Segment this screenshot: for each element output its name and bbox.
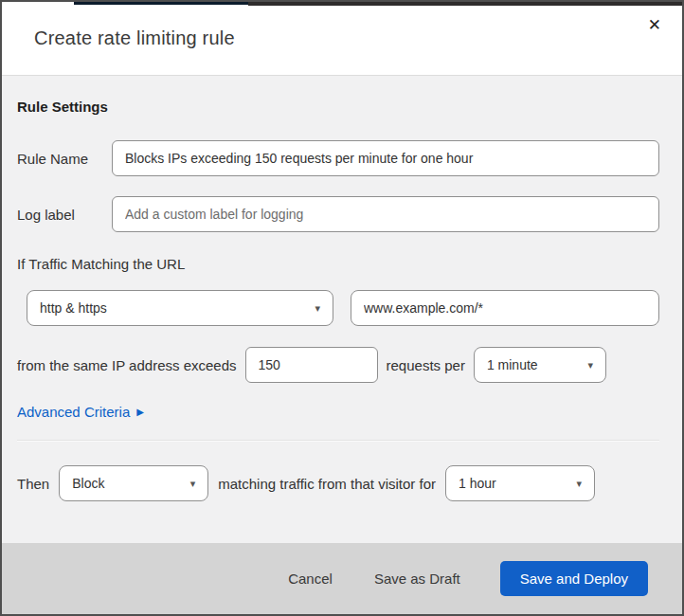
action-select[interactable]: Block ▾ [59, 465, 208, 501]
duration-select-value: 1 hour [459, 476, 496, 491]
chevron-down-icon: ▾ [587, 359, 593, 371]
create-rate-limiting-rule-dialog: Create rate limiting rule ✕ Rule Setting… [0, 0, 684, 616]
action-row: Then Block ▾ matching traffic from that … [17, 465, 659, 501]
threshold-row: from the same IP address exceeds request… [17, 347, 659, 383]
chevron-down-icon: ▾ [190, 478, 196, 490]
log-label-input[interactable] [112, 196, 659, 232]
rule-name-label: Rule Name [17, 151, 112, 167]
action-select-value: Block [72, 476, 104, 491]
log-label-row: Log label [17, 196, 659, 232]
requests-per-label: requests per [387, 357, 465, 373]
advanced-criteria-label: Advanced Criteria [17, 404, 130, 420]
page-edge-strip-charcoal [248, 2, 682, 6]
log-label-label: Log label [17, 207, 112, 223]
traffic-matching-heading: If Traffic Matching the URL [17, 256, 659, 272]
then-label: Then [17, 476, 49, 492]
dialog-header: Create rate limiting rule ✕ [2, 2, 682, 76]
page-edge-strip-navy [74, 2, 248, 5]
dialog-body: Rule Settings Rule Name Log label If Tra… [2, 76, 682, 543]
save-as-draft-button[interactable]: Save as Draft [359, 563, 476, 594]
close-icon[interactable]: ✕ [646, 13, 663, 37]
rule-name-input[interactable] [112, 140, 659, 176]
save-and-deploy-button[interactable]: Save and Deploy [500, 561, 648, 596]
dialog-footer: Cancel Save as Draft Save and Deploy [2, 543, 682, 614]
expand-arrow-icon: ▶ [136, 408, 144, 417]
scheme-select[interactable]: http & https ▾ [27, 290, 333, 326]
rule-name-row: Rule Name [17, 140, 659, 176]
chevron-down-icon: ▾ [576, 478, 582, 490]
period-select[interactable]: 1 minute ▾ [474, 347, 606, 383]
duration-select[interactable]: 1 hour ▾ [445, 465, 595, 501]
cancel-button[interactable]: Cancel [273, 563, 348, 594]
rule-settings-heading: Rule Settings [17, 99, 659, 115]
divider [17, 440, 659, 442]
traffic-matching-row: http & https ▾ [17, 290, 659, 326]
url-input[interactable] [351, 290, 659, 326]
chevron-down-icon: ▾ [315, 302, 320, 315]
dialog-title: Create rate limiting rule [34, 27, 235, 49]
period-select-value: 1 minute [487, 357, 538, 372]
scheme-select-value: http & https [40, 300, 107, 316]
threshold-prefix-label: from the same IP address exceeds [17, 357, 237, 373]
advanced-criteria-link[interactable]: Advanced Criteria ▶ [17, 404, 144, 420]
request-count-input[interactable] [245, 347, 378, 383]
matching-traffic-label: matching traffic from that visitor for [218, 476, 436, 492]
